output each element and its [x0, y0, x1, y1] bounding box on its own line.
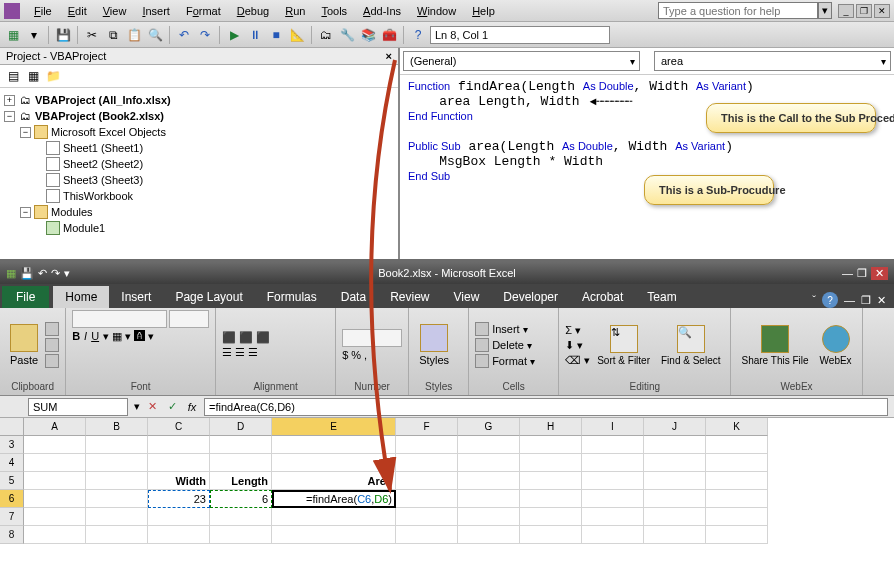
menu-help[interactable]: Help: [464, 3, 503, 19]
project-tree[interactable]: +🗂VBAProject (All_Info.xlsx) −🗂VBAProjec…: [0, 88, 398, 259]
col-f[interactable]: F: [396, 418, 458, 436]
sort-filter-button[interactable]: ⇅Sort & Filter: [593, 323, 654, 368]
procedure-combo[interactable]: area: [654, 51, 891, 71]
cell-d6[interactable]: 6: [210, 490, 272, 508]
menu-edit[interactable]: Edit: [60, 3, 95, 19]
fill-icon[interactable]: ⬇ ▾: [565, 339, 583, 352]
format-painter-icon[interactable]: [45, 354, 59, 368]
clear-icon[interactable]: ⌫ ▾: [565, 354, 590, 367]
paste-icon[interactable]: 📋: [125, 26, 143, 44]
expander-icon[interactable]: −: [20, 127, 31, 138]
row-6[interactable]: 6: [0, 490, 24, 508]
col-h[interactable]: H: [520, 418, 582, 436]
formula-input[interactable]: =findArea(C6,D6): [204, 398, 888, 416]
select-all-corner[interactable]: [0, 418, 24, 436]
close-button[interactable]: ✕: [874, 4, 890, 18]
menu-view[interactable]: View: [95, 3, 135, 19]
fx-icon[interactable]: fx: [184, 399, 200, 415]
menu-file[interactable]: File: [26, 3, 60, 19]
help-dropdown-icon[interactable]: ▾: [818, 2, 832, 19]
col-b[interactable]: B: [86, 418, 148, 436]
tab-insert[interactable]: Insert: [109, 286, 163, 308]
design-icon[interactable]: 📐: [288, 26, 306, 44]
insert-button[interactable]: Insert ▾: [475, 322, 535, 336]
undo-icon[interactable]: ↶: [175, 26, 193, 44]
col-d[interactable]: D: [210, 418, 272, 436]
tab-data[interactable]: Data: [329, 286, 378, 308]
pause-icon[interactable]: ⏸: [246, 26, 264, 44]
webex-button[interactable]: WebEx: [816, 323, 856, 368]
qat-dropdown-icon[interactable]: ▾: [64, 267, 70, 280]
tab-pagelayout[interactable]: Page Layout: [163, 286, 254, 308]
menu-format[interactable]: Format: [178, 3, 229, 19]
restore-button[interactable]: ❐: [856, 4, 872, 18]
close-icon[interactable]: ×: [386, 50, 392, 62]
col-e[interactable]: E: [272, 418, 396, 436]
comma-icon[interactable]: ,: [364, 349, 367, 361]
properties-icon[interactable]: 🔧: [338, 26, 356, 44]
align-top-icon[interactable]: ⬛: [222, 331, 236, 344]
align-left-icon[interactable]: ☰: [222, 346, 232, 359]
cell-c5[interactable]: Width: [148, 472, 210, 490]
folder-toggle-icon[interactable]: 📁: [44, 67, 62, 85]
col-a[interactable]: A: [24, 418, 86, 436]
find-select-button[interactable]: 🔍Find & Select: [657, 323, 724, 368]
window-restore-icon[interactable]: ❐: [861, 294, 871, 307]
cut-icon[interactable]: [45, 322, 59, 336]
row-4[interactable]: 4: [0, 454, 24, 472]
window-minimize-icon[interactable]: —: [844, 294, 855, 306]
row-8[interactable]: 8: [0, 526, 24, 544]
col-c[interactable]: C: [148, 418, 210, 436]
align-bot-icon[interactable]: ⬛: [256, 331, 270, 344]
align-center-icon[interactable]: ☰: [235, 346, 245, 359]
switch-icon[interactable]: ▾: [25, 26, 43, 44]
stop-icon[interactable]: ■: [267, 26, 285, 44]
project-explorer-icon[interactable]: 🗂: [317, 26, 335, 44]
cell-e6[interactable]: =findArea(C6,D6): [272, 490, 396, 508]
col-j[interactable]: J: [644, 418, 706, 436]
row-5[interactable]: 5: [0, 472, 24, 490]
help-icon[interactable]: ?: [822, 292, 838, 308]
object-combo[interactable]: (General): [403, 51, 640, 71]
menu-insert[interactable]: Insert: [134, 3, 178, 19]
cancel-icon[interactable]: ✕: [144, 399, 160, 415]
help-icon[interactable]: ?: [409, 26, 427, 44]
cut-icon[interactable]: ✂: [83, 26, 101, 44]
copy-icon[interactable]: [45, 338, 59, 352]
view-object-icon[interactable]: ▦: [24, 67, 42, 85]
tab-review[interactable]: Review: [378, 286, 441, 308]
tab-home[interactable]: Home: [53, 286, 109, 308]
tab-acrobat[interactable]: Acrobat: [570, 286, 635, 308]
excel-icon[interactable]: ▦: [4, 26, 22, 44]
view-code-icon[interactable]: ▤: [4, 67, 22, 85]
save-icon[interactable]: 💾: [20, 267, 34, 280]
cell-c6[interactable]: 23: [148, 490, 210, 508]
col-g[interactable]: G: [458, 418, 520, 436]
align-mid-icon[interactable]: ⬛: [239, 331, 253, 344]
redo-icon[interactable]: ↷: [51, 267, 60, 280]
tab-formulas[interactable]: Formulas: [255, 286, 329, 308]
undo-icon[interactable]: ↶: [38, 267, 47, 280]
styles-button[interactable]: Styles: [415, 322, 453, 368]
redo-icon[interactable]: ↷: [196, 26, 214, 44]
row-3[interactable]: 3: [0, 436, 24, 454]
share-file-button[interactable]: Share This File: [737, 323, 812, 368]
namebox-dropdown-icon[interactable]: ▾: [134, 400, 140, 413]
minimize-button[interactable]: —: [842, 267, 853, 280]
menu-tools[interactable]: Tools: [313, 3, 355, 19]
menu-debug[interactable]: Debug: [229, 3, 277, 19]
copy-icon[interactable]: ⧉: [104, 26, 122, 44]
col-i[interactable]: I: [582, 418, 644, 436]
find-icon[interactable]: 🔍: [146, 26, 164, 44]
currency-icon[interactable]: $: [342, 349, 348, 361]
menu-addins[interactable]: Add-Ins: [355, 3, 409, 19]
close-button[interactable]: ✕: [871, 267, 888, 280]
window-close-icon[interactable]: ✕: [877, 294, 886, 307]
expander-icon[interactable]: +: [4, 95, 15, 106]
paste-button[interactable]: Paste: [6, 322, 42, 368]
name-box[interactable]: SUM: [28, 398, 128, 416]
minimize-ribbon-icon[interactable]: ˇ: [812, 294, 816, 306]
tab-developer[interactable]: Developer: [491, 286, 570, 308]
menu-window[interactable]: Window: [409, 3, 464, 19]
menu-run[interactable]: Run: [277, 3, 313, 19]
